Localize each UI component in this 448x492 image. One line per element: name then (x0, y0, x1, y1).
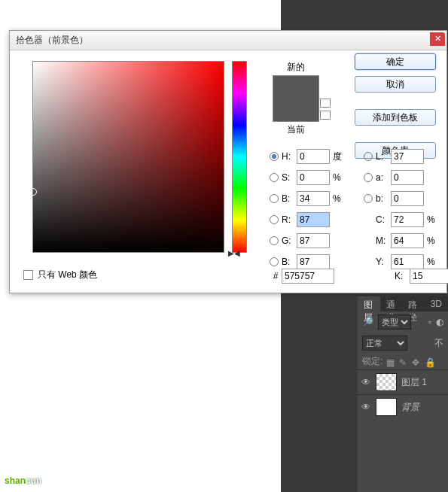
layer-thumbnail[interactable] (376, 373, 397, 391)
lock-row: 锁定: ▦ ✎ ✥ 🔒 (358, 354, 448, 369)
lock-position-icon[interactable]: ✥ (412, 357, 421, 366)
blend-mode-select[interactable]: 正常 (362, 336, 407, 351)
label-m: M: (376, 235, 391, 246)
tab-3d[interactable]: 3D (425, 296, 448, 311)
dialog-title: 拾色器（前景色） (16, 34, 88, 47)
visibility-icon[interactable]: 👁 (361, 377, 371, 387)
unit-m: % (424, 235, 439, 246)
label-b-lab: b: (376, 193, 391, 204)
new-label: 新的 (270, 61, 322, 74)
label-r: R: (282, 214, 297, 225)
lock-all-icon[interactable]: 🔒 (425, 357, 434, 366)
lock-transparency-icon[interactable]: ▦ (386, 357, 395, 366)
filter-icon-2[interactable]: ◐ (436, 317, 443, 327)
label-k: K: (395, 271, 410, 281)
radio-b-rgb[interactable] (270, 257, 279, 266)
hex-row: # K: % (270, 269, 448, 284)
layer-row[interactable]: 👁 图层 1 (358, 369, 448, 394)
radio-b-lab[interactable] (364, 194, 373, 203)
radio-g[interactable] (270, 236, 279, 245)
warning-icons (320, 96, 331, 123)
label-l: L: (376, 151, 391, 162)
input-s[interactable] (297, 170, 330, 185)
label-b-rgb: B: (282, 257, 297, 267)
unit-y: % (424, 257, 439, 267)
nearest-web-icon[interactable] (320, 111, 331, 120)
layer-thumbnail[interactable] (376, 398, 397, 416)
input-m[interactable] (391, 233, 424, 248)
label-c: C: (376, 214, 391, 225)
label-h: H: (282, 151, 297, 162)
label-b-hsb: B: (282, 193, 297, 204)
radio-b-hsb[interactable] (270, 194, 279, 203)
input-y[interactable] (391, 254, 424, 269)
input-hex[interactable] (282, 269, 334, 284)
saturation-brightness-field[interactable] (32, 61, 224, 253)
tab-channels[interactable]: 通道 (380, 296, 403, 311)
radio-s[interactable] (270, 173, 279, 182)
hue-slider[interactable] (232, 61, 247, 253)
visibility-icon[interactable]: 👁 (361, 402, 371, 412)
color-picker-dialog: 拾色器（前景色） ✕ ▶◀ 新的 当前 确定 取消 添加到色板 颜色库 H:度 (9, 30, 447, 293)
label-y: Y: (376, 257, 391, 267)
layers-panel: 图层 通道 路径 3D 🔎 类型 ▫ ◐ 正常 不 锁定: ▦ ✎ ✥ 🔒 👁 … (358, 296, 448, 492)
unit-h: 度 (330, 150, 345, 163)
input-b-hsb[interactable] (297, 191, 330, 206)
color-marker[interactable] (29, 188, 37, 196)
input-r[interactable] (297, 212, 330, 227)
radio-h[interactable] (270, 152, 279, 161)
tab-layers[interactable]: 图层 (358, 296, 380, 311)
input-g[interactable] (297, 233, 330, 248)
label-a: a: (376, 172, 391, 183)
label-g: G: (282, 235, 297, 246)
layer-row[interactable]: 👁 背景 (358, 394, 448, 419)
input-b-lab[interactable] (391, 191, 424, 206)
input-c[interactable] (391, 212, 424, 227)
watermark: shancun (5, 472, 41, 487)
current-label: 当前 (270, 123, 322, 136)
add-swatch-button[interactable]: 添加到色板 (355, 109, 436, 126)
layer-name[interactable]: 图层 1 (401, 376, 427, 389)
input-k[interactable] (410, 269, 448, 284)
cube-icon[interactable] (320, 99, 331, 108)
filter-type-select[interactable]: 类型 (378, 314, 411, 330)
tab-paths[interactable]: 路径 (402, 296, 425, 311)
hue-slider-thumb[interactable]: ▶◀ (228, 249, 240, 257)
label-s: S: (282, 172, 297, 183)
search-icon: 🔎 (362, 317, 373, 327)
unit-c: % (424, 214, 439, 225)
web-only-label: 只有 Web 颜色 (38, 269, 97, 281)
radio-r[interactable] (270, 215, 279, 224)
input-a[interactable] (391, 170, 424, 185)
unit-b: % (330, 193, 345, 204)
opacity-label: 不 (434, 337, 443, 350)
radio-l[interactable] (364, 152, 373, 161)
panel-tabs: 图层 通道 路径 3D (358, 296, 448, 311)
hex-prefix: # (270, 271, 282, 281)
layer-name[interactable]: 背景 (401, 401, 419, 414)
cancel-button[interactable]: 取消 (355, 76, 436, 93)
lock-paint-icon[interactable]: ✎ (399, 357, 408, 366)
color-fields: H:度 L: S:% a: B:% b: R: C:% G: M:% B: Y:… (270, 148, 442, 275)
web-only-row: 只有 Web 颜色 (23, 269, 97, 281)
radio-a[interactable] (364, 173, 373, 182)
ok-button[interactable]: 确定 (355, 53, 436, 70)
input-l[interactable] (391, 149, 424, 164)
unit-s: % (330, 172, 345, 183)
close-icon[interactable]: ✕ (430, 32, 445, 46)
web-only-checkbox[interactable] (23, 270, 33, 280)
input-b-rgb[interactable] (297, 254, 330, 269)
color-preview: 新的 当前 (270, 61, 322, 136)
dialog-titlebar[interactable]: 拾色器（前景色） ✕ (10, 31, 446, 50)
lock-label: 锁定: (362, 355, 382, 368)
new-color-swatch (273, 75, 319, 122)
input-h[interactable] (297, 149, 330, 164)
filter-icon[interactable]: ▫ (428, 317, 431, 327)
